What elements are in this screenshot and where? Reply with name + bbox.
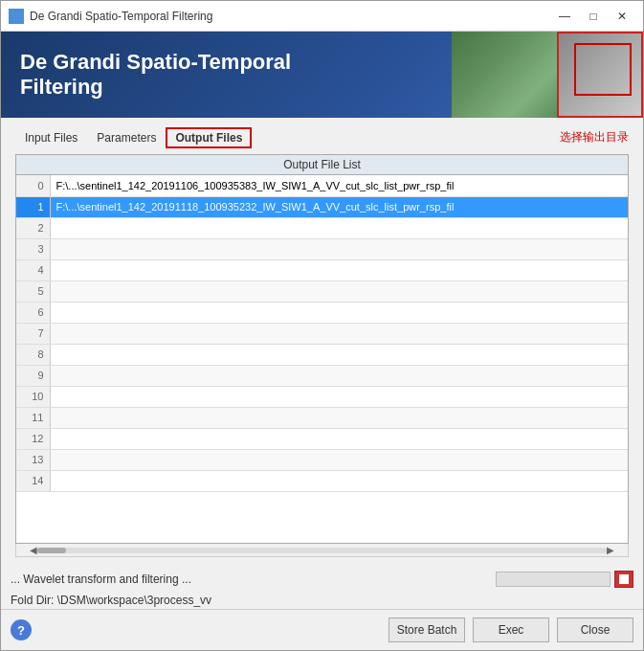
progress-area <box>496 571 633 588</box>
status-bar: ... Wavelet transform and filtering ... <box>1 567 643 592</box>
row-number: 12 <box>16 428 50 449</box>
row-number: 9 <box>16 365 50 386</box>
stop-icon <box>619 574 629 584</box>
fold-dir-bar: Fold Dir: \DSM\workspace\3process_vv <box>1 592 643 609</box>
table-row[interactable]: 10 <box>16 386 628 407</box>
scroll-left-arrow[interactable]: ◀ <box>30 545 37 555</box>
tab-input-files[interactable]: Input Files <box>15 127 87 148</box>
row-value <box>50 302 628 323</box>
window-title: De Grandi Spatio-Temporal Filtering <box>30 10 551 23</box>
output-file-list-section: Output File List 0F:\...\sentinel1_142_2… <box>15 154 629 557</box>
row-number: 2 <box>16 217 50 238</box>
tab-output-files[interactable]: Output Files <box>166 127 252 148</box>
help-button[interactable]: ? <box>11 619 32 640</box>
store-batch-button[interactable]: Store Batch <box>389 617 465 642</box>
row-value <box>50 386 628 407</box>
row-value <box>50 449 628 470</box>
table-row[interactable]: 13 <box>16 449 628 470</box>
table-row[interactable]: 12 <box>16 428 628 449</box>
wavelet-status-text: ... Wavelet transform and filtering ... <box>11 572 496 586</box>
maximize-button[interactable]: □ <box>580 6 607 27</box>
table-container[interactable]: 0F:\...\sentinel1_142_20191106_100935383… <box>15 174 629 544</box>
row-number: 4 <box>16 259 50 281</box>
row-value <box>50 470 628 491</box>
tab-bar: Input Files Parameters Output Files 选择输出… <box>15 127 629 148</box>
row-value: F:\...\sentinel1_142_20191118_100935232_… <box>50 196 628 217</box>
table-row[interactable]: 5 <box>16 281 628 302</box>
table-row[interactable]: 4 <box>16 259 628 281</box>
scrollbar-thumb[interactable] <box>37 548 66 553</box>
row-number: 1 <box>16 196 50 217</box>
row-number: 14 <box>16 470 50 491</box>
row-number: 8 <box>16 344 50 365</box>
header-banner: De Grandi Spatio-Temporal Filtering <box>1 32 643 118</box>
app-icon <box>9 9 24 24</box>
table-row[interactable]: 6 <box>16 302 628 323</box>
row-number: 5 <box>16 281 50 302</box>
header-gray-image <box>557 32 643 118</box>
table-row[interactable]: 7 <box>16 323 628 344</box>
exec-button[interactable]: Exec <box>473 617 549 642</box>
table-row[interactable]: 3 <box>16 238 628 259</box>
fold-dir-label: Fold Dir: <box>11 594 54 607</box>
table-row[interactable]: 14 <box>16 470 628 491</box>
table-row[interactable]: 11 <box>16 407 628 428</box>
window-controls: — □ ✕ <box>551 6 635 27</box>
close-button[interactable]: Close <box>557 617 633 642</box>
progress-bar <box>496 572 611 587</box>
header-text: De Grandi Spatio-Temporal Filtering <box>20 50 291 101</box>
header-image-overlay <box>574 43 632 96</box>
tab-hint: 选择输出目录 <box>560 129 629 146</box>
tab-parameters[interactable]: Parameters <box>87 127 166 148</box>
row-value <box>50 323 628 344</box>
row-number: 6 <box>16 302 50 323</box>
main-window: De Grandi Spatio-Temporal Filtering — □ … <box>0 0 644 651</box>
horizontal-scrollbar[interactable]: ◀ ▶ <box>15 544 629 557</box>
scrollbar-track <box>37 548 607 553</box>
row-number: 0 <box>16 175 50 196</box>
row-number: 13 <box>16 449 50 470</box>
scroll-right-arrow[interactable]: ▶ <box>607 545 614 555</box>
row-value <box>50 344 628 365</box>
table-row[interactable]: 9 <box>16 365 628 386</box>
row-number: 3 <box>16 238 50 259</box>
header-green-image <box>452 32 566 118</box>
row-number: 11 <box>16 407 50 428</box>
row-value <box>50 259 628 281</box>
minimize-button[interactable]: — <box>551 6 578 27</box>
row-value: F:\...\sentinel1_142_20191106_100935383_… <box>50 175 628 196</box>
action-bar: ? Store Batch Exec Close <box>1 609 643 650</box>
stop-button[interactable] <box>614 571 633 588</box>
row-number: 10 <box>16 386 50 407</box>
row-value <box>50 217 628 238</box>
table-row[interactable]: 2 <box>16 217 628 238</box>
row-number: 7 <box>16 323 50 344</box>
table-row[interactable]: 0F:\...\sentinel1_142_20191106_100935383… <box>16 175 628 196</box>
title-bar: De Grandi Spatio-Temporal Filtering — □ … <box>1 1 643 32</box>
close-window-button[interactable]: ✕ <box>609 6 635 27</box>
row-value <box>50 407 628 428</box>
main-content: Input Files Parameters Output Files 选择输出… <box>1 118 643 567</box>
row-value <box>50 281 628 302</box>
row-value <box>50 238 628 259</box>
table-row[interactable]: 8 <box>16 344 628 365</box>
row-value <box>50 365 628 386</box>
row-value <box>50 428 628 449</box>
table-header: Output File List <box>15 154 629 174</box>
output-file-table: 0F:\...\sentinel1_142_20191106_100935383… <box>16 175 628 492</box>
fold-dir-value: \DSM\workspace\3process_vv <box>57 594 211 607</box>
table-row[interactable]: 1F:\...\sentinel1_142_20191118_100935232… <box>16 196 628 217</box>
header-image-area <box>452 32 643 118</box>
